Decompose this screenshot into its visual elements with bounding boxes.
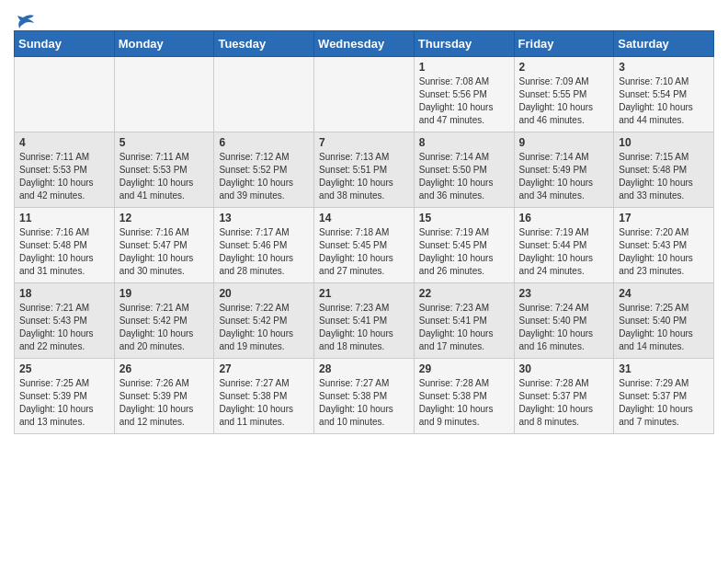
calendar-cell: 10Sunrise: 7:15 AM Sunset: 5:48 PM Dayli… <box>614 132 714 208</box>
day-info: Sunrise: 7:22 AM Sunset: 5:42 PM Dayligh… <box>219 302 309 353</box>
calendar-cell: 22Sunrise: 7:23 AM Sunset: 5:41 PM Dayli… <box>414 283 514 359</box>
calendar-cell <box>214 57 314 132</box>
calendar-cell: 5Sunrise: 7:11 AM Sunset: 5:53 PM Daylig… <box>114 132 214 208</box>
day-info: Sunrise: 7:12 AM Sunset: 5:52 PM Dayligh… <box>219 151 309 202</box>
logo-bird-icon <box>16 14 36 30</box>
day-header-sunday: Sunday <box>15 31 115 57</box>
day-number: 17 <box>619 212 709 224</box>
days-header-row: SundayMondayTuesdayWednesdayThursdayFrid… <box>15 31 714 57</box>
day-info: Sunrise: 7:10 AM Sunset: 5:54 PM Dayligh… <box>619 75 709 127</box>
day-number: 11 <box>19 212 109 224</box>
day-number: 29 <box>419 362 509 375</box>
logo <box>14 9 36 27</box>
day-info: Sunrise: 7:16 AM Sunset: 5:48 PM Dayligh… <box>19 226 109 278</box>
calendar-cell: 2Sunrise: 7:09 AM Sunset: 5:55 PM Daylig… <box>514 57 614 132</box>
day-info: Sunrise: 7:14 AM Sunset: 5:50 PM Dayligh… <box>419 151 509 202</box>
day-number: 2 <box>519 61 609 74</box>
calendar-cell: 26Sunrise: 7:26 AM Sunset: 5:39 PM Dayli… <box>114 359 214 434</box>
day-info: Sunrise: 7:23 AM Sunset: 5:41 PM Dayligh… <box>419 302 509 353</box>
header <box>14 9 714 27</box>
day-number: 6 <box>219 136 309 149</box>
day-info: Sunrise: 7:17 AM Sunset: 5:46 PM Dayligh… <box>219 226 309 278</box>
day-info: Sunrise: 7:11 AM Sunset: 5:53 PM Dayligh… <box>19 151 109 202</box>
calendar-cell: 9Sunrise: 7:14 AM Sunset: 5:49 PM Daylig… <box>514 132 614 208</box>
day-number: 26 <box>119 362 210 375</box>
day-number: 12 <box>119 212 210 224</box>
day-number: 10 <box>619 136 709 149</box>
calendar-cell: 12Sunrise: 7:16 AM Sunset: 5:47 PM Dayli… <box>114 208 214 283</box>
day-header-friday: Friday <box>514 31 614 57</box>
calendar-cell: 11Sunrise: 7:16 AM Sunset: 5:48 PM Dayli… <box>15 208 115 283</box>
day-number: 30 <box>519 362 609 375</box>
calendar-cell: 15Sunrise: 7:19 AM Sunset: 5:45 PM Dayli… <box>414 208 514 283</box>
day-number: 5 <box>119 136 210 149</box>
day-header-wednesday: Wednesday <box>314 31 415 57</box>
calendar-cell: 19Sunrise: 7:21 AM Sunset: 5:42 PM Dayli… <box>114 283 214 359</box>
calendar-cell: 17Sunrise: 7:20 AM Sunset: 5:43 PM Dayli… <box>614 208 714 283</box>
day-info: Sunrise: 7:19 AM Sunset: 5:44 PM Dayligh… <box>519 226 609 278</box>
calendar-cell: 31Sunrise: 7:29 AM Sunset: 5:37 PM Dayli… <box>614 359 714 434</box>
calendar-cell: 30Sunrise: 7:28 AM Sunset: 5:37 PM Dayli… <box>514 359 614 434</box>
day-number: 19 <box>119 287 210 300</box>
day-info: Sunrise: 7:13 AM Sunset: 5:51 PM Dayligh… <box>319 151 409 202</box>
day-info: Sunrise: 7:21 AM Sunset: 5:42 PM Dayligh… <box>119 302 210 353</box>
calendar-cell: 23Sunrise: 7:24 AM Sunset: 5:40 PM Dayli… <box>514 283 614 359</box>
day-number: 25 <box>19 362 109 375</box>
day-number: 23 <box>519 287 609 300</box>
day-info: Sunrise: 7:21 AM Sunset: 5:43 PM Dayligh… <box>19 302 109 353</box>
day-info: Sunrise: 7:09 AM Sunset: 5:55 PM Dayligh… <box>519 75 609 127</box>
day-number: 7 <box>319 136 409 149</box>
calendar-cell: 3Sunrise: 7:10 AM Sunset: 5:54 PM Daylig… <box>614 57 714 132</box>
calendar-cell: 21Sunrise: 7:23 AM Sunset: 5:41 PM Dayli… <box>314 283 415 359</box>
calendar-cell: 27Sunrise: 7:27 AM Sunset: 5:38 PM Dayli… <box>214 359 314 434</box>
day-number: 16 <box>519 212 609 224</box>
day-number: 9 <box>519 136 609 149</box>
week-row-4: 18Sunrise: 7:21 AM Sunset: 5:43 PM Dayli… <box>15 283 714 359</box>
calendar-cell: 8Sunrise: 7:14 AM Sunset: 5:50 PM Daylig… <box>414 132 514 208</box>
day-number: 4 <box>19 136 109 149</box>
day-number: 8 <box>419 136 509 149</box>
day-info: Sunrise: 7:26 AM Sunset: 5:39 PM Dayligh… <box>119 377 210 429</box>
calendar-cell: 29Sunrise: 7:28 AM Sunset: 5:38 PM Dayli… <box>414 359 514 434</box>
day-number: 1 <box>419 61 509 74</box>
day-info: Sunrise: 7:25 AM Sunset: 5:39 PM Dayligh… <box>19 377 109 429</box>
day-number: 22 <box>419 287 509 300</box>
calendar-cell: 24Sunrise: 7:25 AM Sunset: 5:40 PM Dayli… <box>614 283 714 359</box>
week-row-3: 11Sunrise: 7:16 AM Sunset: 5:48 PM Dayli… <box>15 208 714 283</box>
week-row-2: 4Sunrise: 7:11 AM Sunset: 5:53 PM Daylig… <box>15 132 714 208</box>
day-info: Sunrise: 7:18 AM Sunset: 5:45 PM Dayligh… <box>319 226 409 278</box>
calendar-cell: 1Sunrise: 7:08 AM Sunset: 5:56 PM Daylig… <box>414 57 514 132</box>
day-info: Sunrise: 7:20 AM Sunset: 5:43 PM Dayligh… <box>619 226 709 278</box>
calendar-cell: 7Sunrise: 7:13 AM Sunset: 5:51 PM Daylig… <box>314 132 415 208</box>
calendar-cell: 20Sunrise: 7:22 AM Sunset: 5:42 PM Dayli… <box>214 283 314 359</box>
calendar-cell <box>314 57 415 132</box>
day-info: Sunrise: 7:28 AM Sunset: 5:38 PM Dayligh… <box>419 377 509 429</box>
day-number: 27 <box>219 362 309 375</box>
calendar-cell <box>15 57 115 132</box>
calendar-cell: 13Sunrise: 7:17 AM Sunset: 5:46 PM Dayli… <box>214 208 314 283</box>
day-info: Sunrise: 7:28 AM Sunset: 5:37 PM Dayligh… <box>519 377 609 429</box>
day-header-thursday: Thursday <box>414 31 514 57</box>
calendar-table: SundayMondayTuesdayWednesdayThursdayFrid… <box>14 30 714 434</box>
day-info: Sunrise: 7:16 AM Sunset: 5:47 PM Dayligh… <box>119 226 210 278</box>
calendar-cell: 28Sunrise: 7:27 AM Sunset: 5:38 PM Dayli… <box>314 359 415 434</box>
day-header-tuesday: Tuesday <box>214 31 314 57</box>
day-number: 28 <box>319 362 409 375</box>
calendar-cell: 16Sunrise: 7:19 AM Sunset: 5:44 PM Dayli… <box>514 208 614 283</box>
week-row-1: 1Sunrise: 7:08 AM Sunset: 5:56 PM Daylig… <box>15 57 714 132</box>
day-info: Sunrise: 7:25 AM Sunset: 5:40 PM Dayligh… <box>619 302 709 353</box>
day-number: 20 <box>219 287 309 300</box>
day-header-monday: Monday <box>114 31 214 57</box>
day-info: Sunrise: 7:14 AM Sunset: 5:49 PM Dayligh… <box>519 151 609 202</box>
day-header-saturday: Saturday <box>614 31 714 57</box>
day-number: 18 <box>19 287 109 300</box>
day-number: 3 <box>619 61 709 74</box>
day-info: Sunrise: 7:15 AM Sunset: 5:48 PM Dayligh… <box>619 151 709 202</box>
calendar-cell: 14Sunrise: 7:18 AM Sunset: 5:45 PM Dayli… <box>314 208 415 283</box>
day-number: 21 <box>319 287 409 300</box>
calendar-cell: 4Sunrise: 7:11 AM Sunset: 5:53 PM Daylig… <box>15 132 115 208</box>
calendar-cell: 6Sunrise: 7:12 AM Sunset: 5:52 PM Daylig… <box>214 132 314 208</box>
week-row-5: 25Sunrise: 7:25 AM Sunset: 5:39 PM Dayli… <box>15 359 714 434</box>
day-info: Sunrise: 7:24 AM Sunset: 5:40 PM Dayligh… <box>519 302 609 353</box>
day-number: 24 <box>619 287 709 300</box>
